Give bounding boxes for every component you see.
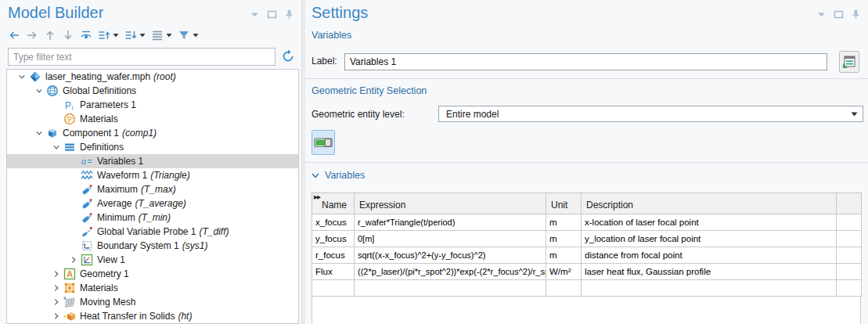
cell-end[interactable] — [837, 280, 862, 297]
probe-icon — [81, 183, 93, 196]
label-row: Label: — [305, 50, 868, 74]
cell-expression[interactable]: ((2*p_laser)/(pi*r_spot^2))*exp(-(2*r_fo… — [355, 264, 546, 280]
section-collapse-icon[interactable] — [312, 171, 319, 179]
chevron-collapsed-icon[interactable] — [49, 295, 63, 309]
filter-tree-button[interactable] — [178, 28, 199, 42]
filter-row — [8, 48, 295, 66]
tree-item-waveform-1[interactable]: Waveform 1(Triangle) — [7, 168, 298, 182]
tree-item-global-variable-probe-1[interactable]: Global Variable Probe 1(T_diff) — [7, 225, 298, 239]
tree-indent-spacer — [67, 154, 81, 168]
cell-unit[interactable]: m — [546, 247, 582, 264]
cell-unit[interactable]: W/m² — [546, 264, 582, 280]
cell-expression[interactable]: r_wafer*Triangle(t/period) — [355, 214, 546, 231]
chevron-expanded-icon[interactable] — [49, 140, 63, 154]
move-down-button[interactable] — [62, 28, 74, 42]
cell-name[interactable]: y_focus — [312, 231, 355, 247]
column-header-unit[interactable]: Unit — [546, 193, 582, 214]
tree-item-label: Materials — [80, 113, 118, 124]
variable-row: x_focusr_wafer*Triangle(t/period)mx-loca… — [312, 214, 862, 231]
chevron-expanded-icon[interactable] — [32, 126, 46, 140]
node-text-button[interactable] — [151, 28, 172, 42]
svg-text:a: a — [81, 156, 86, 167]
cell-description[interactable]: distance from focal point — [582, 247, 837, 264]
tree-item-minimum[interactable]: Minimum(T_min) — [7, 211, 298, 225]
float-window-icon[interactable] — [834, 9, 844, 20]
tree-item-label: Global Definitions — [63, 85, 136, 96]
column-header-expression[interactable]: Expression — [355, 193, 546, 214]
cell-name[interactable]: r_focus — [312, 247, 355, 264]
nav-back-icon — [8, 29, 20, 41]
tree-item-label: Waveform 1 — [97, 170, 147, 181]
cell-name[interactable]: Flux — [312, 264, 355, 280]
chevron-collapsed-icon[interactable] — [67, 253, 81, 267]
dropdown-caret-icon[interactable] — [113, 32, 119, 38]
collapse-all-icon — [124, 29, 137, 41]
nav-forward-button[interactable] — [26, 28, 38, 42]
column-header-description[interactable]: Description — [582, 193, 837, 214]
chevron-expanded-icon[interactable] — [15, 70, 29, 84]
tree-item-heat-transfer-in-solids[interactable]: Heat Transfer in Solids(ht) — [7, 309, 298, 323]
tree-item-definitions[interactable]: Definitions — [7, 140, 298, 154]
table-empty-area[interactable] — [312, 297, 861, 324]
tree-item-variables-1[interactable]: a=Variables 1 — [7, 154, 298, 168]
tree-item-suffix: (ht) — [178, 311, 192, 322]
tree-item-maximum[interactable]: Maximum(T_max) — [7, 182, 298, 196]
active-toggle-button[interactable] — [312, 130, 335, 155]
cell-unit[interactable]: m — [546, 214, 582, 231]
move-up-button[interactable] — [44, 28, 56, 42]
expand-all-button[interactable] — [98, 28, 119, 42]
cell-expression[interactable] — [355, 280, 546, 297]
dropdown-caret-icon[interactable] — [166, 32, 172, 38]
tree-item-geometry-1[interactable]: AGeometry 1 — [7, 267, 298, 281]
cell-description[interactable]: x-location of laser focal point — [582, 214, 837, 231]
cell-description[interactable]: y_location of laser focal point — [582, 231, 837, 247]
tree-item-global-definitions[interactable]: Global Definitions — [7, 84, 298, 98]
cell-end[interactable] — [837, 214, 862, 231]
pin-icon[interactable] — [284, 9, 294, 20]
tree-item-parameters-1[interactable]: PiParameters 1 — [7, 98, 298, 112]
tree-item-view-1[interactable]: View 1 — [7, 253, 298, 267]
cell-end[interactable] — [837, 264, 862, 280]
cell-description[interactable]: laser heat flux, Gaussian profile — [582, 264, 837, 280]
tree-item-component-1[interactable]: Component 1(comp1) — [7, 126, 298, 140]
column-header-name[interactable]: ▶▶ Name — [312, 193, 355, 214]
show-button[interactable] — [80, 28, 92, 42]
show-in-table-button[interactable] — [839, 51, 859, 73]
entity-level-select[interactable]: Entire model — [438, 106, 863, 122]
cell-unit[interactable] — [546, 280, 582, 297]
refresh-button[interactable] — [281, 49, 295, 63]
menu-caret-icon[interactable] — [250, 9, 260, 20]
pin-icon[interactable] — [851, 9, 861, 20]
cell-expression[interactable]: sqrt((x-x_focus)^2+(y-y_focus)^2) — [355, 247, 546, 264]
cell-name[interactable] — [312, 280, 355, 297]
menu-caret-icon[interactable] — [816, 9, 827, 20]
probe-global-icon — [81, 225, 93, 238]
cell-unit[interactable]: m — [546, 231, 582, 247]
chevron-expanded-icon[interactable] — [32, 84, 46, 98]
variables-section-header[interactable]: Variables — [312, 170, 365, 181]
collapse-all-button[interactable] — [124, 28, 146, 42]
label-input[interactable] — [344, 53, 827, 70]
dropdown-caret-icon[interactable] — [139, 32, 146, 38]
dropdown-caret-icon[interactable] — [193, 32, 199, 38]
tree-item-materials[interactable]: Materials — [7, 281, 298, 295]
chevron-collapsed-icon[interactable] — [49, 281, 63, 295]
tree-item-boundary-system-1[interactable]: Boundary System 1(sys1) — [7, 239, 298, 253]
component-icon — [46, 127, 59, 139]
float-window-icon[interactable] — [267, 9, 277, 20]
cell-name[interactable]: x_focus — [312, 214, 355, 231]
tree-filter-input[interactable] — [8, 48, 276, 66]
tree-item-laser-heating-wafer-mph[interactable]: laser_heating_wafer.mph(root) — [7, 70, 298, 84]
cell-description[interactable] — [582, 280, 837, 297]
chevron-collapsed-icon[interactable] — [49, 309, 63, 323]
tree-item-moving-mesh[interactable]: Moving Mesh — [7, 295, 298, 309]
cell-end[interactable] — [837, 231, 862, 247]
chevron-collapsed-icon[interactable] — [49, 267, 63, 281]
cell-end[interactable] — [837, 247, 862, 264]
tree-item-average[interactable]: Average(T_average) — [7, 196, 298, 211]
cell-expression[interactable]: 0[m] — [355, 231, 546, 247]
tree-indent-spacer — [49, 98, 63, 112]
model-builder-title: Model Builder — [8, 4, 103, 22]
nav-back-button[interactable] — [8, 28, 20, 42]
tree-item-materials[interactable]: Materials — [7, 112, 298, 126]
